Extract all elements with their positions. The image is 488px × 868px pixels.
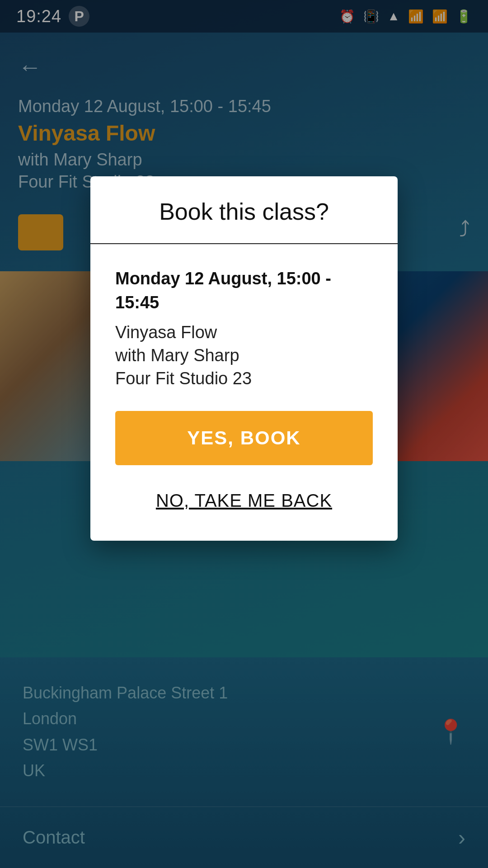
modal-class-instructor: with Mary Sharp xyxy=(115,346,373,365)
yes-book-button[interactable]: YES, BOOK xyxy=(115,411,373,465)
booking-modal: Book this class? Monday 12 August, 15:00… xyxy=(90,176,398,541)
modal-overlay: Book this class? Monday 12 August, 15:00… xyxy=(0,0,488,868)
modal-title-area: Book this class? xyxy=(90,176,398,244)
modal-class-datetime: Monday 12 August, 15:00 -15:45 xyxy=(115,267,373,315)
modal-class-name: Vinyasa Flow xyxy=(115,323,373,342)
modal-title: Book this class? xyxy=(108,198,380,225)
no-take-me-back-button[interactable]: NO, TAKE ME BACK xyxy=(115,474,373,527)
modal-body: Monday 12 August, 15:00 -15:45 Vinyasa F… xyxy=(90,244,398,541)
modal-class-studio: Four Fit Studio 23 xyxy=(115,369,373,388)
